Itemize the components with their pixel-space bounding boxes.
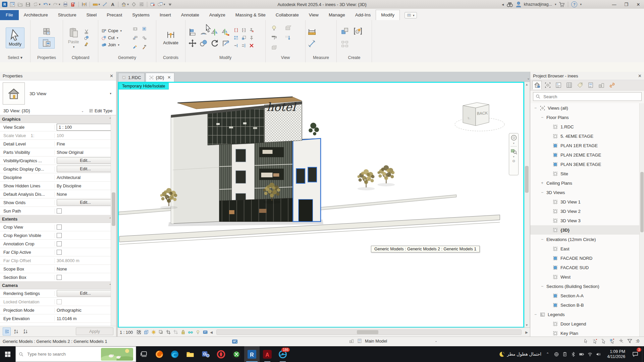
shadows-icon[interactable] (158, 329, 164, 335)
ribbon-tab-file[interactable]: File (0, 10, 19, 20)
underlay-icon[interactable] (281, 34, 294, 42)
create-group-icon[interactable] (339, 38, 351, 50)
ribbon-tab-architecture[interactable]: Architecture (19, 10, 53, 20)
thin-lines-icon[interactable] (138, 1, 145, 7)
edit-type-button[interactable]: Edit Type (87, 108, 114, 114)
trim-single-icon[interactable] (233, 42, 239, 49)
reveal-hidden-icon[interactable] (195, 329, 201, 335)
select-face-icon[interactable] (609, 338, 615, 344)
ribbon-tab-systems[interactable]: Systems (127, 10, 155, 20)
help-caret-icon[interactable]: ▾ (580, 3, 582, 6)
rotate-icon[interactable] (210, 38, 220, 48)
redo-icon[interactable]: ▾ (52, 1, 61, 7)
clipboard-tray-icon[interactable] (562, 352, 568, 357)
sort-ascending-button[interactable]: AZ (12, 327, 20, 336)
properties-scrollbar[interactable] (111, 115, 116, 326)
volume-icon[interactable] (596, 352, 601, 357)
tree-item-plan-1er-etage[interactable]: PLAN 1ER ETAGE (530, 141, 644, 150)
match-type-icon[interactable] (84, 42, 89, 47)
browser-sheet-icon[interactable] (586, 81, 595, 89)
create-parts-icon[interactable] (339, 25, 351, 37)
task-view-button[interactable] (136, 346, 152, 362)
select-pinned-icon[interactable] (601, 338, 606, 344)
measure-pin-icon[interactable] (81, 1, 88, 7)
save-icon[interactable] (24, 1, 31, 7)
property-row-locked-orientation[interactable]: Locked Orientation (0, 298, 116, 306)
browser-scrollbar[interactable] (639, 103, 644, 337)
signed-in-user[interactable]: khaznadjinag... (524, 2, 552, 7)
taskbar-app-iexplore-icon[interactable]: 186 (275, 346, 290, 362)
panel-label-properties[interactable]: Properties (31, 55, 63, 62)
view-tabs-overflow-icon[interactable]: ⌄ (527, 76, 530, 80)
close-windows-icon[interactable] (149, 1, 156, 7)
drawing-canvas[interactable]: hotel Temporary Hide/Isolate BACK ʞ.. (118, 82, 524, 328)
ui-window-icon[interactable] (9, 1, 16, 7)
tree-item-plan-2eme-etage[interactable]: PLAN 2EME ETAGE (530, 150, 644, 160)
view-tab-1-rdc[interactable]: 1.RDC (118, 73, 145, 82)
tree-item-west[interactable]: West (530, 272, 644, 282)
project-browser-close-icon[interactable]: ✕ (638, 73, 642, 78)
property-row-crop-region-visible[interactable]: Crop Region Visible (0, 231, 116, 240)
hammer-icon[interactable] (140, 43, 148, 51)
panel-label-view[interactable]: View (266, 55, 305, 62)
taskbar-app-mail-app-icon[interactable]: O (198, 346, 213, 362)
bluetooth-icon[interactable] (571, 352, 576, 357)
tree-item-3d[interactable]: {3D} (530, 225, 644, 235)
tree-expander-icon[interactable]: − (540, 237, 544, 242)
property-row-scope-box[interactable]: Scope BoxNone (0, 265, 116, 273)
visual-style-icon[interactable] (143, 329, 149, 335)
tree-item-plan-3eme-etage[interactable]: PLAN 3EME ETAGE (530, 160, 644, 169)
filter-icon[interactable] (627, 338, 633, 344)
type-preview[interactable] (3, 82, 25, 105)
property-row-view-scale[interactable]: View Scale1 : 100 (0, 123, 116, 131)
property-row-discipline[interactable]: DisciplineArchitectural (0, 173, 116, 182)
copy-icon[interactable] (84, 35, 89, 41)
type-properties-icon[interactable] (42, 27, 51, 36)
value-graphic-display-op[interactable]: Edit... (57, 166, 114, 172)
tree-item-facade-sud[interactable]: FACADE SUD (530, 263, 644, 272)
zoom-caret-icon[interactable]: ▾ (513, 155, 514, 158)
hide-cube-icon[interactable] (268, 43, 280, 52)
value-view-scale[interactable]: 1 : 100 (57, 124, 114, 131)
array-icon[interactable] (233, 35, 239, 41)
battery-icon[interactable] (579, 352, 584, 357)
view-scale-control[interactable]: 1 : 100 (120, 330, 133, 335)
cope-button[interactable]: Cope▾ (100, 28, 129, 34)
apply-button[interactable]: Apply (76, 327, 113, 335)
property-row-sun-path[interactable]: Sun Path (0, 207, 116, 215)
viewer-icon[interactable] (140, 25, 148, 33)
value-scope-box[interactable]: None (57, 266, 67, 272)
mirror-draw-icon[interactable] (221, 27, 231, 37)
scroll-left-icon[interactable]: ◀ (210, 330, 213, 334)
value-visibility-graphics[interactable]: Edit... (57, 157, 114, 164)
property-row-projection-mode[interactable]: Projection ModeOrthographic (0, 306, 116, 314)
ribbon-tab-modify[interactable]: Modify (376, 10, 400, 20)
paint-roller-icon[interactable] (268, 34, 280, 42)
tree-item-legends[interactable]: −Legends (530, 310, 644, 319)
value-show-hidden-lines[interactable]: By Discipline (57, 183, 81, 188)
delete-icon[interactable] (248, 42, 255, 49)
select-link-icon[interactable] (583, 338, 589, 344)
property-row-show-grids[interactable]: Show GridsEdit... (0, 198, 116, 207)
checkbox-section-box[interactable] (57, 275, 62, 280)
wall-opening-icon[interactable] (131, 25, 139, 33)
ribbon-tab-view[interactable]: View (304, 10, 324, 20)
panel-label-clipboard[interactable]: Clipboard (63, 55, 98, 62)
crop-view-icon[interactable] (165, 329, 171, 335)
taskbar-weather[interactable]: احتمال هطول مطر (495, 351, 544, 358)
tree-expander-icon[interactable]: − (540, 284, 544, 289)
browser-tag-icon[interactable] (575, 81, 585, 89)
property-row-eye-elevation[interactable]: Eye Elevation11.0146 m (0, 314, 116, 323)
sync-icon[interactable]: ▾ (32, 1, 41, 7)
qat-caret-icon[interactable] (167, 1, 173, 7)
value-show-grids[interactable]: Edit... (57, 199, 114, 206)
property-row-far-clip-active[interactable]: Far Clip Active (0, 248, 116, 256)
tree-item-door-legend[interactable]: Door Legend (530, 319, 644, 328)
value-projection-mode[interactable]: Orthographic (57, 308, 82, 313)
property-row-visibility-graphics[interactable]: Visibility/Graphics ...Edit... (0, 157, 116, 165)
tree-item-sections-building-section[interactable]: −Sections (Building Section) (530, 282, 644, 291)
tree-item-east[interactable]: East (530, 244, 644, 253)
select-underlay-icon[interactable] (592, 338, 598, 344)
offset-copy-icon[interactable] (140, 34, 148, 42)
vertical-scrollbar[interactable]: ▲ ▼ (524, 82, 530, 328)
